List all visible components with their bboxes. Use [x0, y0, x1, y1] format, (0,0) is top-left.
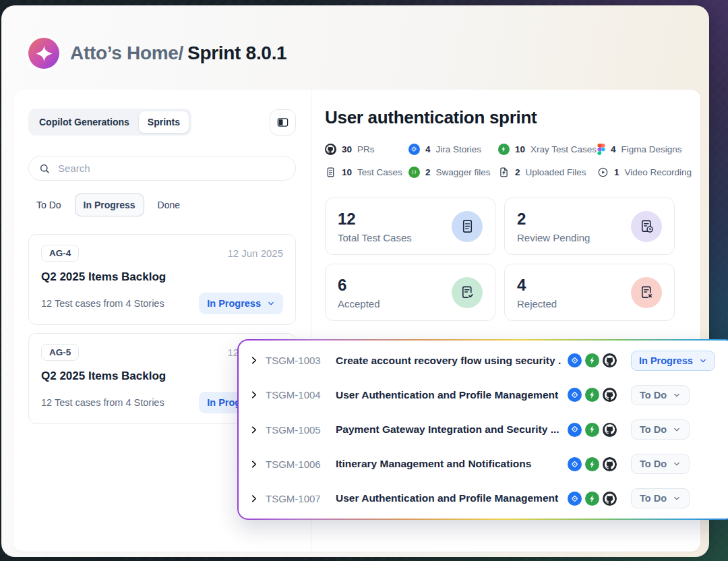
status-label: To Do [640, 390, 667, 401]
test-case-id: TSGM-1004 [266, 389, 329, 401]
github-icon [603, 353, 617, 367]
chevron-down-icon [267, 299, 275, 307]
figma-icon [597, 144, 605, 155]
breadcrumb: Atto’s Home/ [70, 42, 183, 63]
test-case-id: TSGM-1003 [266, 355, 329, 366]
stat-jira-stories: 4Jira Stories [408, 144, 498, 155]
xray-icon [585, 353, 599, 367]
chevron-down-icon [699, 357, 707, 365]
card-id-badge: AG-4 [41, 245, 79, 262]
search-bar [28, 156, 296, 181]
status-dropdown[interactable]: To Do [631, 454, 690, 474]
rejected-card: 4 Rejected [504, 264, 675, 321]
test-case-row[interactable]: TSGM-1007 User Authentication and Profil… [239, 481, 728, 516]
github-icon [603, 423, 617, 437]
star-icon [35, 45, 53, 63]
chevron-right-icon[interactable] [249, 425, 259, 435]
video-icon [597, 167, 609, 178]
status-label: To Do [640, 459, 667, 469]
page-title: Atto’s Home/Sprint 8.0.1 [70, 42, 286, 64]
filter-done[interactable]: Done [150, 194, 188, 216]
swagger-icon [408, 167, 420, 178]
test-case-title: Payment Gateway Integration and Security… [336, 423, 561, 436]
xray-icon [585, 388, 599, 402]
status-label: To Do [640, 493, 667, 504]
tab-sprints[interactable]: Sprints [138, 111, 189, 134]
card-date: 12 Jun 2025 [227, 247, 283, 259]
github-icon [325, 144, 336, 155]
card-status-label: In Progress [207, 298, 261, 309]
status-dropdown[interactable]: In Progress [631, 351, 715, 371]
stat-xray-test-cases: 10Xray Test Cases [498, 144, 597, 155]
accepted-card: 6 Accepted [325, 264, 495, 321]
card-status-dropdown[interactable]: In Progress [199, 293, 283, 314]
test-case-title: Itinerary Management and Notifications [336, 458, 561, 470]
chevron-down-icon [673, 460, 681, 468]
chevron-right-icon[interactable] [249, 390, 259, 400]
jira-icon [568, 353, 582, 367]
test-case-title: User Authentication and Profile Manageme… [336, 389, 561, 401]
chevron-down-icon [673, 494, 681, 502]
sprint-name: Sprint 8.0.1 [187, 42, 286, 63]
sprint-stats: 30PRs 4Jira Stories 10Xray Test Cases 4F… [325, 144, 700, 178]
sprint-title: User authentication sprint [325, 107, 700, 128]
stat-figma-designs: 4Figma Designs [597, 144, 700, 155]
test-case-row[interactable]: TSGM-1004 User Authentication and Profil… [239, 378, 728, 412]
stat-prs: 30PRs [325, 144, 408, 155]
chevron-down-icon [673, 425, 681, 434]
test-case-row[interactable]: TSGM-1003 Create account recovery flow u… [239, 343, 728, 378]
test-case-id: TSGM-1007 [266, 493, 329, 504]
stat-test-cases: 10Test Cases [325, 167, 408, 178]
atto-logo [28, 38, 59, 69]
card-title: Q2 2025 Items Backlog [41, 270, 283, 284]
test-case-id: TSGM-1005 [266, 424, 329, 436]
uploaded-file-icon [498, 167, 510, 178]
status-label: To Do [640, 424, 667, 435]
search-input[interactable] [58, 163, 286, 174]
status-dropdown[interactable]: To Do [631, 488, 690, 508]
tab-copilot-generations[interactable]: Copilot Generations [30, 111, 138, 133]
collapse-panel-button[interactable] [270, 109, 296, 136]
total-test-cases-card: 12 Total Test Cases [325, 198, 495, 255]
xray-icon [585, 457, 599, 471]
chevron-right-icon[interactable] [249, 355, 259, 365]
test-cases-icon [325, 167, 336, 178]
test-case-title: User Authentication and Profile Manageme… [336, 492, 561, 504]
test-case-title: Create account recovery flow using secur… [336, 355, 561, 367]
card-subtitle: 12 Test cases from 4 Stories [41, 298, 164, 309]
doc-lines-icon [452, 211, 483, 242]
sprint-card[interactable]: AG-4 12 Jun 2025 Q2 2025 Items Backlog 1… [28, 234, 296, 325]
jira-icon [568, 388, 582, 402]
doc-x-icon [631, 277, 662, 308]
status-dropdown[interactable]: To Do [631, 419, 690, 440]
status-label: In Progress [639, 355, 693, 366]
test-case-id: TSGM-1006 [266, 459, 329, 470]
chevron-right-icon[interactable] [249, 494, 259, 504]
xray-icon [498, 144, 510, 155]
view-switcher: Copilot Generations Sprints [28, 109, 191, 136]
doc-clock-icon [631, 211, 662, 242]
test-case-list-panel: TSGM-1003 Create account recovery flow u… [237, 339, 728, 520]
stat-swagger-files: 2Swagger files [408, 167, 498, 178]
doc-check-icon [452, 277, 483, 308]
status-filters: To Do In Progress Done [28, 194, 296, 216]
filter-in-progress[interactable]: In Progress [75, 194, 144, 216]
xray-icon [585, 423, 599, 437]
jira-icon [568, 492, 582, 506]
jira-icon [568, 457, 582, 471]
test-case-row[interactable]: TSGM-1005 Payment Gateway Integration an… [239, 412, 728, 446]
jira-icon [568, 423, 582, 437]
test-case-row[interactable]: TSGM-1006 Itinerary Management and Notif… [239, 447, 728, 481]
filter-todo[interactable]: To Do [28, 194, 69, 216]
status-dropdown[interactable]: To Do [631, 385, 690, 405]
source-icons [568, 353, 617, 367]
search-icon [38, 163, 51, 175]
panel-toggle-icon [276, 116, 289, 129]
chevron-right-icon[interactable] [249, 459, 259, 469]
github-icon [603, 388, 617, 402]
source-icons [568, 388, 617, 402]
card-subtitle: 12 Test cases from 4 Stories [41, 397, 164, 408]
github-icon [603, 492, 617, 506]
source-icons [568, 457, 617, 471]
card-id-badge: AG-5 [41, 344, 79, 361]
